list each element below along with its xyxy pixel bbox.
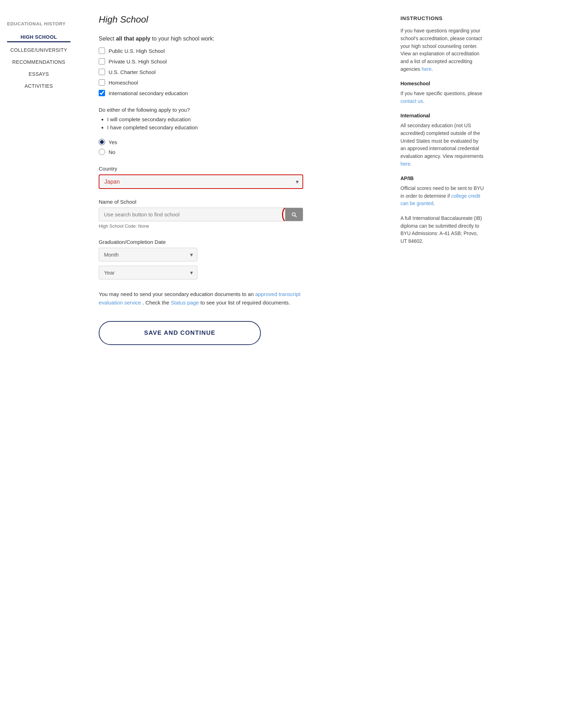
month-select[interactable]: MonthJanuaryFebruaryMarchAprilMayJuneJul… bbox=[99, 248, 197, 261]
checkbox-charter-label: U.S. Charter School bbox=[109, 69, 155, 75]
school-search-input[interactable] bbox=[99, 208, 285, 221]
checkbox-international-input[interactable] bbox=[99, 90, 105, 96]
save-and-continue-button[interactable]: SAVE AND CONTINUE bbox=[99, 321, 261, 345]
search-button[interactable] bbox=[285, 208, 303, 221]
checkbox-homeschool-input[interactable] bbox=[99, 79, 105, 86]
radio-no-label: No bbox=[109, 149, 115, 155]
main-content: High School Select all that apply to you… bbox=[78, 0, 395, 702]
instructions-apib: AP/IB Official scores need to be sent to… bbox=[400, 175, 485, 208]
year-select[interactable]: Year202420232022202120202019201820172016 bbox=[99, 266, 197, 279]
bullet-list: I will complete secondary education I ha… bbox=[107, 116, 374, 130]
homeschool-link[interactable]: contact us bbox=[400, 98, 423, 104]
checkbox-public-us-label: Public U.S. High School bbox=[109, 48, 165, 54]
school-name-section: Name of School High School Code: None bbox=[99, 199, 374, 229]
month-year-row: MonthJanuaryFebruaryMarchAprilMayJuneJul… bbox=[99, 248, 374, 279]
checkbox-international[interactable]: International secondary education bbox=[99, 90, 374, 96]
radio-yes-label: Yes bbox=[109, 139, 117, 145]
year-select-wrapper: Year202420232022202120202019201820172016… bbox=[99, 266, 197, 279]
country-label: Country bbox=[99, 166, 374, 172]
checkbox-private-us-label: Private U.S. High School bbox=[109, 58, 167, 64]
info-text: You may need to send your secondary educ… bbox=[99, 290, 317, 307]
question-text: Do either of the following apply to you? bbox=[99, 107, 374, 113]
bullet-item-2: I have completed secondary education bbox=[107, 124, 374, 130]
sidebar-item-high-school[interactable]: HIGH SCHOOL bbox=[7, 33, 71, 42]
instructions-title: INSTRUCTIONS bbox=[400, 14, 485, 22]
question-block: Do either of the following apply to you?… bbox=[99, 107, 374, 130]
checkbox-group: Public U.S. High School Private U.S. Hig… bbox=[99, 48, 374, 96]
checkbox-private-us-input[interactable] bbox=[99, 58, 105, 64]
search-field-row bbox=[99, 208, 303, 221]
international-body-2: . bbox=[410, 161, 412, 167]
school-name-label: Name of School bbox=[99, 199, 374, 205]
instructions-homeschool: Homeschool If you have specific question… bbox=[400, 80, 485, 105]
checkbox-public-us-input[interactable] bbox=[99, 48, 105, 54]
checkbox-section-label: Select all that apply to your high schoo… bbox=[99, 36, 374, 42]
checkbox-international-label: International secondary education bbox=[109, 90, 188, 96]
homeschool-body-2: . bbox=[423, 98, 424, 104]
grad-date-section: Graduation/Completion Date MonthJanuaryF… bbox=[99, 239, 374, 279]
country-section: Country JapanUnited StatesChinaSouth Kor… bbox=[99, 166, 374, 189]
bullet-item-1: I will complete secondary education bbox=[107, 116, 374, 122]
info-text-3: to see your list of required documents. bbox=[201, 300, 290, 306]
sidebar-item-recommendations[interactable]: RECOMMENDATIONS bbox=[7, 58, 71, 66]
international-link[interactable]: here bbox=[400, 161, 410, 167]
accreditation-link[interactable]: here bbox=[422, 66, 431, 72]
search-field-container: High School Code: None bbox=[99, 208, 303, 229]
instructions-full-ib: A full International Baccalaureate (IB) … bbox=[400, 215, 485, 245]
instructions-accreditation: If you have questions regarding your sch… bbox=[400, 27, 485, 73]
homeschool-heading: Homeschool bbox=[400, 80, 485, 88]
status-page-link[interactable]: Status page bbox=[171, 300, 199, 306]
country-select-wrapper: JapanUnited StatesChinaSouth KoreaUnited… bbox=[99, 174, 303, 189]
international-body: All secondary education (not US accredit… bbox=[400, 123, 483, 159]
info-text-2: . Check the bbox=[142, 300, 171, 306]
sidebar-item-essays[interactable]: ESSAYS bbox=[7, 70, 71, 78]
page-title: High School bbox=[99, 14, 374, 25]
sidebar-item-activities[interactable]: ACTIVITIES bbox=[7, 82, 71, 90]
sidebar: EDUCATIONAL HISTORY HIGH SCHOOL COLLEGE/… bbox=[0, 0, 78, 702]
radio-no-input[interactable] bbox=[99, 149, 105, 155]
checkbox-homeschool[interactable]: Homeschool bbox=[99, 79, 374, 86]
accreditation-body-2: . bbox=[431, 66, 433, 72]
apib-heading: AP/IB bbox=[400, 175, 485, 183]
grad-date-label: Graduation/Completion Date bbox=[99, 239, 374, 245]
search-icon bbox=[291, 211, 297, 218]
radio-yes[interactable]: Yes bbox=[99, 139, 374, 145]
accreditation-body-1: If you have questions regarding your sch… bbox=[400, 28, 482, 72]
checkbox-homeschool-label: Homeschool bbox=[109, 80, 138, 86]
checkbox-charter-input[interactable] bbox=[99, 69, 105, 75]
checkbox-public-us[interactable]: Public U.S. High School bbox=[99, 48, 374, 54]
homeschool-body-1: If you have specific questions, please bbox=[400, 91, 482, 96]
instructions-international: International All secondary education (n… bbox=[400, 112, 485, 168]
info-text-1: You may need to send your secondary educ… bbox=[99, 291, 255, 297]
radio-group: Yes No bbox=[99, 139, 374, 155]
checkbox-private-us[interactable]: Private U.S. High School bbox=[99, 58, 374, 64]
international-heading: International bbox=[400, 112, 485, 120]
full-ib-body: A full International Baccalaureate (IB) … bbox=[400, 215, 482, 244]
high-school-code: High School Code: None bbox=[99, 223, 303, 229]
apib-body-2: . bbox=[433, 201, 435, 206]
country-select[interactable]: JapanUnited StatesChinaSouth KoreaUnited… bbox=[99, 174, 303, 189]
checkbox-charter[interactable]: U.S. Charter School bbox=[99, 69, 374, 75]
radio-no[interactable]: No bbox=[99, 149, 374, 155]
month-select-wrapper: MonthJanuaryFebruaryMarchAprilMayJuneJul… bbox=[99, 248, 197, 261]
sidebar-section-label: EDUCATIONAL HISTORY bbox=[7, 21, 71, 26]
instructions-panel: INSTRUCTIONS If you have questions regar… bbox=[395, 0, 494, 702]
radio-yes-input[interactable] bbox=[99, 139, 105, 145]
sidebar-item-college[interactable]: COLLEGE/UNIVERSITY bbox=[7, 46, 71, 54]
